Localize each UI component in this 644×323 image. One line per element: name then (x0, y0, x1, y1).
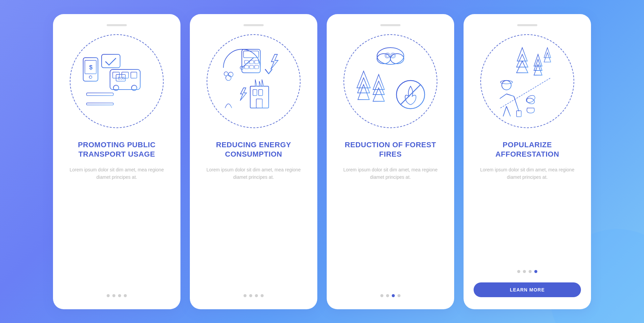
svg-line-90 (503, 106, 506, 116)
svg-marker-55 (358, 85, 369, 100)
dot-1 (244, 294, 247, 297)
card-notch (107, 24, 127, 26)
illustration-forest: CO (343, 34, 437, 128)
svg-rect-8 (131, 72, 137, 78)
dot-3-active (392, 294, 395, 297)
svg-line-88 (500, 94, 506, 99)
svg-rect-28 (255, 60, 259, 64)
svg-rect-26 (245, 60, 249, 64)
card-notch-2 (244, 24, 264, 26)
svg-rect-42 (253, 90, 257, 96)
svg-rect-5 (110, 69, 140, 90)
card-notch-4 (517, 24, 537, 26)
svg-line-89 (506, 94, 514, 96)
svg-marker-33 (271, 54, 278, 69)
svg-rect-12 (87, 93, 113, 96)
svg-rect-15 (87, 103, 113, 105)
card-title-afforestation: POPULARIZE AFFORESTATION (474, 140, 581, 159)
svg-rect-29 (245, 65, 249, 69)
svg-point-3 (89, 76, 92, 78)
card-forest: CO (327, 14, 454, 309)
dots-row-forest (380, 294, 400, 297)
svg-line-92 (514, 96, 519, 111)
dot-2 (249, 294, 252, 297)
svg-line-66 (400, 85, 421, 105)
card-notch-3 (380, 24, 400, 26)
svg-text:BUS: BUS (118, 76, 125, 80)
illustration-energy (207, 34, 301, 128)
svg-rect-43 (259, 90, 263, 96)
svg-line-19 (242, 58, 254, 68)
svg-text:CO: CO (385, 51, 396, 60)
dot-2 (523, 270, 526, 273)
card-transport: $ (53, 14, 180, 309)
dots-row-energy (244, 294, 264, 297)
dot-4 (397, 294, 400, 297)
svg-line-91 (506, 106, 511, 116)
card-body-forest: Lorem ipsum dolor sit dim amet, mea regi… (337, 166, 444, 285)
card-title-forest: REDUCTION OF FOREST FIRES (337, 140, 444, 159)
svg-marker-45 (262, 79, 264, 86)
card-body-energy: Lorem ipsum dolor sit dim amet, mea regi… (200, 166, 307, 285)
illustration-afforestation (480, 34, 574, 128)
svg-text:$: $ (89, 64, 93, 71)
dots-row-afforestation (517, 270, 537, 273)
svg-rect-46 (256, 99, 262, 108)
card-afforestation: POPULARIZE AFFORESTATION Lorem ipsum dol… (464, 14, 591, 309)
svg-point-84 (502, 80, 511, 90)
learn-more-button[interactable]: LEARN MORE (474, 282, 581, 297)
dot-1 (380, 294, 383, 297)
dot-4-active (534, 270, 537, 273)
card-body-transport: Lorem ipsum dolor sit dim amet, mea regi… (63, 166, 170, 285)
illustration-transport: $ (70, 34, 164, 128)
cards-container: $ (40, 1, 604, 323)
svg-rect-30 (250, 65, 254, 69)
svg-marker-44 (255, 79, 257, 86)
svg-rect-31 (255, 65, 259, 69)
dot-3 (255, 294, 258, 297)
dot-3 (529, 270, 532, 273)
svg-point-38 (224, 72, 228, 76)
svg-marker-40 (240, 88, 247, 101)
dot-4 (261, 294, 264, 297)
dot-2 (112, 294, 115, 297)
card-title-energy: REDUCING ENERGY CONSUMPTION (200, 140, 307, 159)
svg-marker-47 (259, 81, 261, 86)
dot-2 (386, 294, 389, 297)
dot-1 (107, 294, 110, 297)
dot-4 (124, 294, 127, 297)
svg-rect-93 (517, 111, 521, 117)
card-energy: REDUCING ENERGY CONSUMPTION Lorem ipsum … (190, 14, 317, 309)
svg-rect-4 (102, 54, 120, 68)
card-body-afforestation: Lorem ipsum dolor sit dim amet, mea regi… (474, 166, 581, 261)
dots-row-transport (107, 294, 127, 297)
card-title-transport: PROMOTING PUBLIC TRANSPORT USAGE (63, 140, 170, 159)
dot-3 (118, 294, 121, 297)
dot-1 (517, 270, 520, 273)
